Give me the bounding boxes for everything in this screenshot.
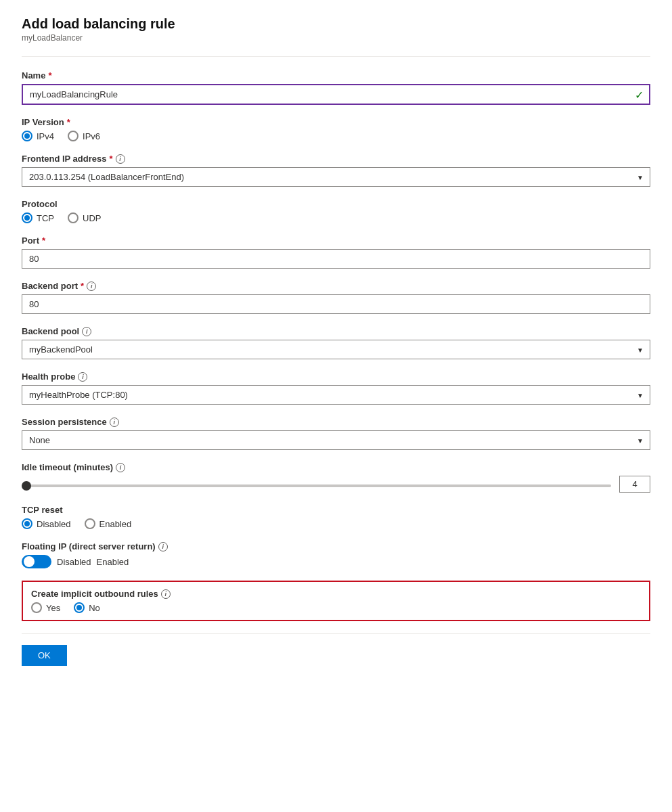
tcp-reset-enabled-label: Enabled bbox=[99, 519, 132, 529]
idle-timeout-value: 4 bbox=[619, 476, 650, 493]
session-persistence-select-wrapper: None ▼ bbox=[22, 430, 650, 450]
floating-ip-field-group: Floating IP (direct server return) i Dis… bbox=[22, 541, 650, 568]
backend-pool-select[interactable]: myBackendPool bbox=[22, 340, 650, 359]
page-subtitle: myLoadBalancer bbox=[22, 33, 650, 43]
backend-pool-field-group: Backend pool i myBackendPool ▼ bbox=[22, 326, 650, 359]
implicit-outbound-yes-option[interactable]: Yes bbox=[31, 602, 60, 613]
backend-port-required-star: * bbox=[81, 281, 84, 291]
floating-ip-label: Floating IP (direct server return) i bbox=[22, 541, 650, 551]
protocol-tcp-radio[interactable] bbox=[22, 212, 32, 223]
frontend-ip-label: Frontend IP address * i bbox=[22, 154, 650, 164]
protocol-udp-option[interactable]: UDP bbox=[68, 212, 101, 223]
implicit-outbound-yes-label: Yes bbox=[46, 603, 60, 613]
health-probe-field-group: Health probe i myHealthProbe (TCP:80) ▼ bbox=[22, 371, 650, 405]
port-required-star: * bbox=[42, 235, 45, 246]
frontend-ip-required-star: * bbox=[109, 154, 112, 164]
protocol-label: Protocol bbox=[22, 199, 650, 209]
health-probe-select-wrapper: myHealthProbe (TCP:80) ▼ bbox=[22, 385, 650, 405]
implicit-outbound-no-radio[interactable] bbox=[74, 602, 85, 613]
floating-ip-disabled-label: Disabled bbox=[57, 557, 91, 567]
backend-port-input[interactable] bbox=[22, 294, 650, 314]
name-field-group: Name * ✓ bbox=[22, 70, 650, 105]
session-persistence-info-icon[interactable]: i bbox=[110, 418, 119, 427]
backend-port-field-group: Backend port * i bbox=[22, 281, 650, 314]
frontend-ip-field-group: Frontend IP address * i 203.0.113.254 (L… bbox=[22, 154, 650, 187]
implicit-outbound-radio-group: Yes No bbox=[31, 602, 641, 613]
session-persistence-select[interactable]: None bbox=[22, 430, 650, 450]
ip-version-ipv6-label: IPv6 bbox=[83, 131, 100, 141]
page-title: Add load balancing rule bbox=[22, 16, 650, 32]
ip-version-ipv4-option[interactable]: IPv4 bbox=[22, 131, 54, 141]
implicit-outbound-no-label: No bbox=[89, 603, 100, 613]
frontend-ip-info-icon[interactable]: i bbox=[116, 154, 125, 164]
idle-timeout-info-icon[interactable]: i bbox=[116, 463, 125, 472]
frontend-ip-select-wrapper: 203.0.113.254 (LoadBalancerFrontEnd) ▼ bbox=[22, 167, 650, 187]
ip-version-required-star: * bbox=[67, 117, 70, 127]
ip-version-ipv4-radio[interactable] bbox=[22, 131, 32, 141]
port-label: Port * bbox=[22, 235, 650, 246]
session-persistence-field-group: Session persistence i None ▼ bbox=[22, 417, 650, 450]
ip-version-field-group: IP Version * IPv4 IPv6 bbox=[22, 117, 650, 141]
backend-pool-select-wrapper: myBackendPool ▼ bbox=[22, 340, 650, 359]
protocol-udp-radio[interactable] bbox=[68, 212, 79, 223]
port-field-group: Port * bbox=[22, 235, 650, 269]
backend-pool-info-icon[interactable]: i bbox=[82, 327, 91, 336]
protocol-field-group: Protocol TCP UDP bbox=[22, 199, 650, 223]
tcp-reset-disabled-option[interactable]: Disabled bbox=[22, 518, 71, 529]
idle-timeout-slider[interactable] bbox=[22, 484, 611, 487]
backend-port-info-icon[interactable]: i bbox=[87, 281, 96, 291]
implicit-outbound-section: Create implicit outbound rules i Yes No bbox=[22, 581, 650, 621]
ip-version-label: IP Version * bbox=[22, 117, 650, 127]
tcp-reset-radio-group: Disabled Enabled bbox=[22, 518, 650, 529]
tcp-reset-enabled-option[interactable]: Enabled bbox=[85, 518, 132, 529]
ok-button[interactable]: OK bbox=[22, 645, 67, 666]
backend-pool-label: Backend pool i bbox=[22, 326, 650, 336]
floating-ip-enabled-label: Enabled bbox=[97, 557, 129, 567]
health-probe-info-icon[interactable]: i bbox=[78, 372, 87, 382]
implicit-outbound-yes-radio[interactable] bbox=[31, 602, 42, 613]
idle-timeout-slider-row: 4 bbox=[22, 476, 650, 493]
ip-version-ipv6-option[interactable]: IPv6 bbox=[68, 131, 100, 141]
implicit-outbound-no-option[interactable]: No bbox=[74, 602, 100, 613]
protocol-tcp-option[interactable]: TCP bbox=[22, 212, 54, 223]
ip-version-ipv6-radio[interactable] bbox=[68, 131, 79, 141]
required-star: * bbox=[48, 70, 51, 81]
ip-version-radio-group: IPv4 IPv6 bbox=[22, 131, 650, 141]
tcp-reset-label: TCP reset bbox=[22, 505, 650, 515]
tcp-reset-field-group: TCP reset Disabled Enabled bbox=[22, 505, 650, 529]
port-input[interactable] bbox=[22, 249, 650, 269]
session-persistence-label: Session persistence i bbox=[22, 417, 650, 427]
health-probe-select[interactable]: myHealthProbe (TCP:80) bbox=[22, 385, 650, 405]
implicit-outbound-label: Create implicit outbound rules i bbox=[31, 589, 641, 599]
health-probe-label: Health probe i bbox=[22, 371, 650, 382]
name-label: Name * bbox=[22, 70, 650, 81]
floating-ip-toggle-group: Disabled Enabled bbox=[22, 555, 650, 568]
protocol-radio-group: TCP UDP bbox=[22, 212, 650, 223]
backend-port-label: Backend port * i bbox=[22, 281, 650, 291]
floating-ip-info-icon[interactable]: i bbox=[158, 542, 168, 551]
name-input-wrapper: ✓ bbox=[22, 84, 650, 105]
idle-timeout-field-group: Idle timeout (minutes) i 4 bbox=[22, 462, 650, 493]
idle-timeout-label: Idle timeout (minutes) i bbox=[22, 462, 650, 472]
tcp-reset-disabled-radio[interactable] bbox=[22, 518, 32, 529]
idle-timeout-slider-wrapper bbox=[22, 479, 611, 489]
protocol-udp-label: UDP bbox=[83, 213, 101, 223]
protocol-tcp-label: TCP bbox=[37, 213, 54, 223]
tcp-reset-disabled-label: Disabled bbox=[37, 519, 71, 529]
floating-ip-toggle[interactable] bbox=[22, 555, 51, 568]
frontend-ip-select[interactable]: 203.0.113.254 (LoadBalancerFrontEnd) bbox=[22, 167, 650, 187]
tcp-reset-enabled-radio[interactable] bbox=[85, 518, 95, 529]
implicit-outbound-info-icon[interactable]: i bbox=[161, 589, 171, 599]
floating-ip-toggle-thumb bbox=[24, 556, 35, 567]
checkmark-icon: ✓ bbox=[635, 88, 644, 101]
name-input[interactable] bbox=[22, 84, 650, 105]
ip-version-ipv4-label: IPv4 bbox=[37, 131, 54, 141]
